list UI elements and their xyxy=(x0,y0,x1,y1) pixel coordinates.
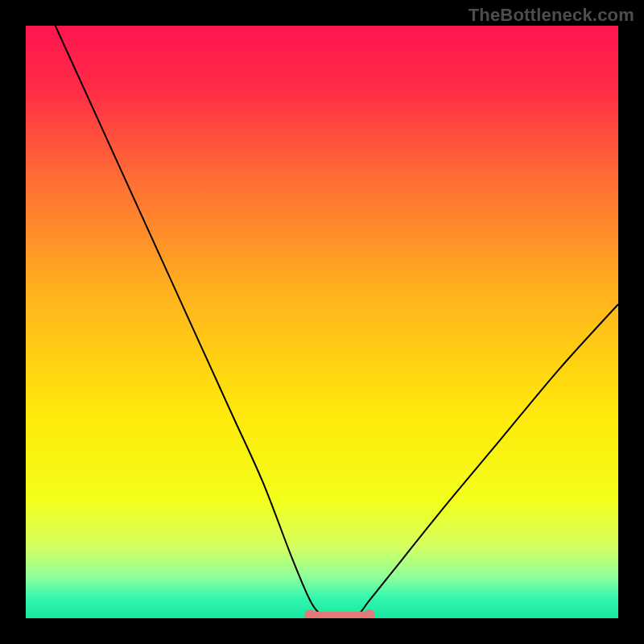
chart-frame: TheBottleneck.com xyxy=(0,0,644,644)
bottleneck-curve xyxy=(56,26,618,618)
curve-layer xyxy=(26,26,618,618)
optimal-range-endpoint-left xyxy=(304,609,316,618)
plot-area xyxy=(26,26,618,618)
optimal-range-endpoint-right xyxy=(364,609,375,618)
watermark-label: TheBottleneck.com xyxy=(469,5,634,26)
